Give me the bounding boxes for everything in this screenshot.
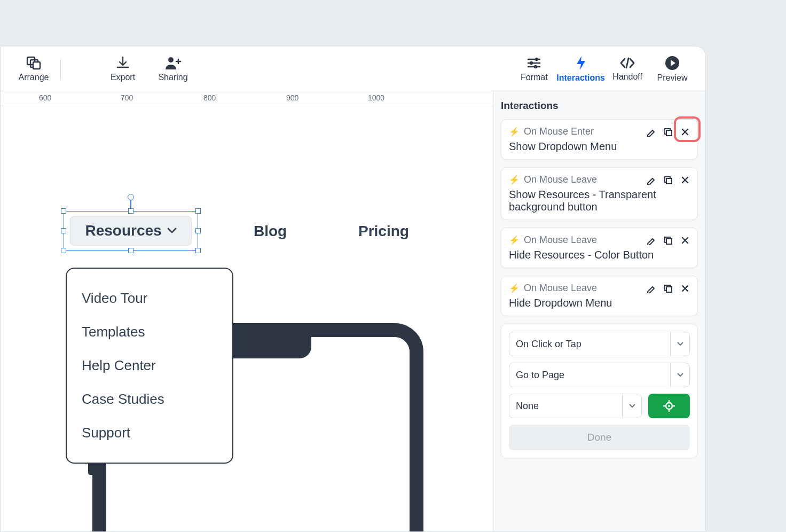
resize-handle[interactable] — [195, 248, 201, 253]
duplicate-icon[interactable] — [663, 236, 673, 245]
menu-item[interactable]: Support — [82, 416, 217, 450]
interactions-button[interactable]: Interactions — [556, 55, 605, 83]
interaction-desc: Show Resources - Transparent background … — [509, 189, 690, 213]
export-label: Export — [111, 73, 135, 82]
resize-handle[interactable] — [61, 248, 66, 253]
menu-item[interactable]: Case Studies — [82, 382, 217, 416]
ruler-mark: 600 — [39, 93, 51, 102]
svg-point-4 — [535, 57, 538, 60]
interaction-desc: Hide Resources - Color Button — [509, 249, 690, 261]
trigger-label: On Mouse Leave — [524, 174, 597, 185]
preview-label: Preview — [657, 73, 688, 83]
ruler-mark: 1000 — [368, 93, 384, 102]
interaction-card[interactable]: ⚡ On Mouse Enter Show Dropdown Menu — [501, 119, 698, 160]
ruler-mark: 900 — [286, 93, 298, 102]
dropdown-menu: Video Tour Templates Help Center Case St… — [66, 268, 233, 464]
sharing-button[interactable]: Sharing — [151, 56, 195, 82]
target-select-value: None — [516, 401, 539, 412]
handoff-icon — [619, 56, 636, 70]
edit-icon[interactable] — [646, 127, 656, 137]
edit-icon[interactable] — [646, 284, 656, 293]
duplicate-icon[interactable] — [663, 284, 673, 293]
trigger-select-value: On Click or Tap — [516, 339, 581, 350]
svg-point-5 — [530, 61, 533, 64]
format-button[interactable]: Format — [512, 56, 556, 82]
crosshair-icon — [662, 399, 676, 413]
sharing-label: Sharing — [158, 73, 187, 82]
done-button[interactable]: Done — [509, 425, 690, 450]
selection-box — [64, 211, 198, 251]
pick-target-button[interactable] — [648, 394, 690, 418]
interaction-desc: Hide Dropdown Menu — [509, 297, 690, 309]
resize-handle[interactable] — [128, 248, 133, 253]
edit-icon[interactable] — [646, 236, 656, 245]
interactions-label: Interactions — [556, 73, 605, 83]
preview-button[interactable]: Preview — [650, 55, 695, 83]
ruler-mark: 700 — [121, 93, 133, 102]
resize-handle[interactable] — [61, 228, 66, 233]
trigger-label: On Mouse Enter — [524, 126, 594, 137]
toolbar-divider — [60, 58, 61, 80]
link-dot[interactable] — [128, 194, 134, 200]
trigger-label: On Mouse Leave — [524, 283, 597, 294]
nav-blog[interactable]: Blog — [254, 223, 287, 240]
resize-handle[interactable] — [195, 228, 201, 233]
format-icon — [526, 56, 542, 71]
export-icon — [115, 56, 130, 71]
duplicate-icon[interactable] — [663, 175, 673, 185]
interaction-card[interactable]: ⚡ On Mouse Leave Hide Resources - Color … — [501, 228, 698, 268]
svg-point-3 — [168, 57, 174, 62]
format-label: Format — [521, 73, 548, 82]
svg-rect-9 — [666, 130, 672, 136]
resize-handle[interactable] — [195, 208, 201, 214]
chevron-down-icon — [670, 332, 689, 356]
bolt-icon: ⚡ — [509, 283, 520, 293]
interactions-icon — [575, 55, 587, 71]
interaction-card[interactable]: ⚡ On Mouse Leave Show Resources - Transp… — [501, 167, 698, 220]
interaction-desc: Show Dropdown Menu — [509, 140, 690, 153]
add-interaction-form: On Click or Tap Go to Page None Done — [501, 324, 698, 458]
menu-item[interactable]: Video Tour — [82, 281, 217, 315]
svg-rect-15 — [666, 287, 672, 292]
trigger-label: On Mouse Leave — [524, 234, 597, 246]
canvas[interactable]: Resources Blog Pricing Video Tour Templa… — [1, 106, 493, 531]
bolt-icon: ⚡ — [509, 175, 520, 185]
action-select-value: Go to Page — [516, 370, 564, 381]
duplicate-icon[interactable] — [663, 127, 673, 137]
svg-rect-11 — [666, 178, 672, 184]
close-icon[interactable] — [680, 284, 690, 293]
chevron-down-icon — [622, 394, 641, 418]
close-icon[interactable] — [680, 236, 690, 245]
menu-item[interactable]: Help Center — [82, 349, 217, 382]
arrange-button[interactable]: Arrange — [11, 56, 56, 82]
trigger-select[interactable]: On Click or Tap — [509, 332, 690, 356]
panel-title: Interactions — [501, 100, 698, 112]
svg-point-6 — [534, 65, 537, 68]
resize-handle[interactable] — [128, 208, 133, 214]
bolt-icon: ⚡ — [509, 127, 520, 137]
close-icon[interactable] — [680, 127, 690, 137]
app-window: Arrange Export Sharing Format Inte — [0, 46, 706, 532]
action-select[interactable]: Go to Page — [509, 363, 690, 387]
toolbar: Arrange Export Sharing Format Inte — [1, 46, 705, 91]
handoff-button[interactable]: Handoff — [605, 56, 650, 82]
resize-handle[interactable] — [61, 208, 66, 214]
menu-item[interactable]: Templates — [82, 315, 217, 349]
target-select[interactable]: None — [509, 394, 642, 418]
arrange-icon — [26, 56, 42, 71]
interaction-card[interactable]: ⚡ On Mouse Leave Hide Dropdown Menu — [501, 276, 698, 316]
close-icon[interactable] — [680, 175, 690, 185]
svg-rect-2 — [33, 62, 40, 69]
chevron-down-icon — [670, 363, 689, 387]
export-button[interactable]: Export — [100, 56, 145, 82]
svg-point-17 — [668, 405, 670, 407]
interactions-panel: Interactions ⚡ On Mouse Enter Show Dropd… — [493, 91, 705, 531]
done-label: Done — [587, 432, 611, 443]
preview-icon — [664, 55, 680, 71]
svg-rect-13 — [666, 239, 672, 244]
sharing-icon — [164, 56, 182, 71]
ruler-mark: 800 — [203, 93, 216, 102]
nav-pricing[interactable]: Pricing — [358, 223, 409, 240]
handoff-label: Handoff — [612, 72, 642, 82]
edit-icon[interactable] — [646, 175, 656, 185]
